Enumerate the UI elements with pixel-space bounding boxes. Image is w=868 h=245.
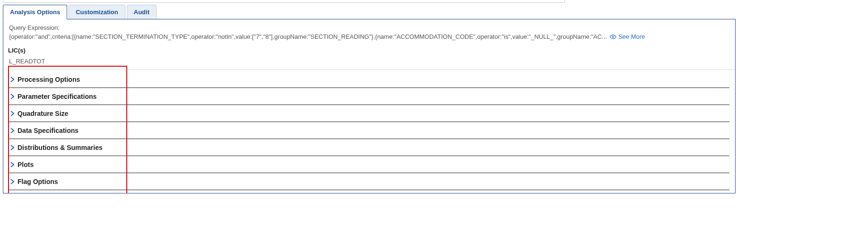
chevron-right-icon — [10, 145, 15, 150]
chevron-right-icon — [10, 111, 15, 116]
section-label: Plots — [18, 161, 34, 168]
section-processing-options[interactable]: Processing Options — [9, 71, 729, 88]
section-label: Data Specifications — [18, 127, 79, 134]
section-data-specifications[interactable]: Data Specifications — [9, 122, 729, 139]
section-label: Parameter Specifications — [18, 93, 96, 100]
section-plots[interactable]: Plots — [9, 156, 729, 173]
query-expression-text: {operator:"and",criteria:[{name:"SECTION… — [9, 33, 607, 40]
see-more-label: See More — [618, 33, 645, 40]
chevron-right-icon — [10, 128, 15, 133]
tab-customization[interactable]: Customization — [69, 5, 125, 19]
lic-label: LIC(s) — [8, 47, 729, 54]
accordion: Processing Options Parameter Specificati… — [9, 71, 729, 190]
chevron-right-icon — [10, 179, 15, 184]
section-label: Quadrature Size — [18, 110, 68, 117]
analysis-options-panel: Query Expression: {operator:"and",criter… — [3, 19, 736, 193]
separator — [3, 70, 735, 70]
see-more-link[interactable]: See More — [610, 33, 645, 40]
tab-audit[interactable]: Audit — [127, 5, 157, 19]
section-label: Flag Options — [18, 178, 58, 185]
chevron-right-icon — [10, 77, 15, 82]
section-label: Distributions & Summaries — [18, 144, 103, 151]
chevron-right-icon — [10, 162, 15, 167]
tab-bar: Analysis Options Customization Audit — [3, 5, 868, 19]
section-parameter-specifications[interactable]: Parameter Specifications — [9, 88, 729, 105]
svg-point-0 — [612, 36, 614, 38]
chevron-right-icon — [10, 94, 15, 99]
section-label: Processing Options — [18, 76, 80, 83]
section-flag-options[interactable]: Flag Options — [9, 173, 729, 190]
section-quadrature-size[interactable]: Quadrature Size — [9, 105, 729, 122]
lic-value: L_READTOT — [9, 58, 729, 65]
query-expression-label: Query Expression: — [9, 24, 729, 31]
eye-icon — [610, 34, 616, 40]
section-distributions-summaries[interactable]: Distributions & Summaries — [9, 139, 729, 156]
tab-analysis-options[interactable]: Analysis Options — [3, 5, 67, 19]
top-panel-border — [3, 0, 565, 3]
